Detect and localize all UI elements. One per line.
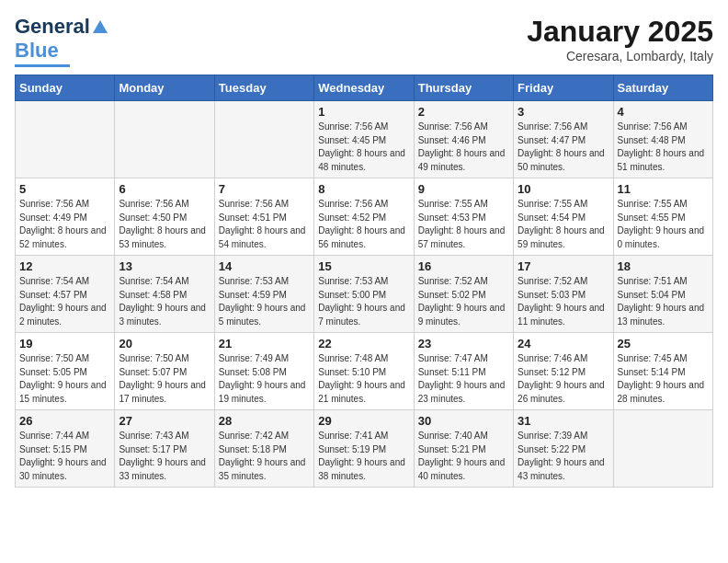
day-info: Sunrise: 7:49 AM Sunset: 5:08 PM Dayligh… bbox=[219, 352, 310, 406]
calendar-cell: 28Sunrise: 7:42 AM Sunset: 5:18 PM Dayli… bbox=[214, 410, 313, 488]
day-number: 22 bbox=[318, 337, 409, 350]
day-info: Sunrise: 7:43 AM Sunset: 5:17 PM Dayligh… bbox=[119, 430, 210, 483]
calendar-cell: 5Sunrise: 7:56 AM Sunset: 4:49 PM Daylig… bbox=[16, 178, 115, 256]
calendar-cell: 26Sunrise: 7:44 AM Sunset: 5:15 PM Dayli… bbox=[16, 410, 115, 488]
day-info: Sunrise: 7:42 AM Sunset: 5:18 PM Dayligh… bbox=[219, 430, 310, 483]
calendar-cell: 22Sunrise: 7:48 AM Sunset: 5:10 PM Dayli… bbox=[314, 333, 414, 410]
day-number: 8 bbox=[318, 182, 409, 196]
calendar-week-row: 12Sunrise: 7:54 AM Sunset: 4:57 PM Dayli… bbox=[16, 256, 713, 333]
title-area: January 2025 Ceresara, Lombardy, Italy bbox=[527, 15, 713, 63]
calendar-week-row: 5Sunrise: 7:56 AM Sunset: 4:49 PM Daylig… bbox=[16, 178, 713, 256]
calendar-cell: 18Sunrise: 7:51 AM Sunset: 5:04 PM Dayli… bbox=[613, 256, 712, 333]
day-number: 26 bbox=[19, 414, 110, 428]
calendar-cell: 2Sunrise: 7:56 AM Sunset: 4:46 PM Daylig… bbox=[414, 101, 513, 178]
calendar-cell: 24Sunrise: 7:46 AM Sunset: 5:12 PM Dayli… bbox=[514, 333, 613, 410]
day-info: Sunrise: 7:50 AM Sunset: 5:05 PM Dayligh… bbox=[19, 352, 110, 406]
day-info: Sunrise: 7:52 AM Sunset: 5:03 PM Dayligh… bbox=[518, 275, 609, 328]
day-info: Sunrise: 7:56 AM Sunset: 4:47 PM Dayligh… bbox=[518, 121, 609, 174]
calendar-cell: 14Sunrise: 7:53 AM Sunset: 4:59 PM Dayli… bbox=[214, 256, 313, 333]
calendar-cell: 12Sunrise: 7:54 AM Sunset: 4:57 PM Dayli… bbox=[16, 256, 115, 333]
day-number: 9 bbox=[418, 182, 509, 196]
calendar-cell: 31Sunrise: 7:39 AM Sunset: 5:22 PM Dayli… bbox=[514, 410, 613, 488]
weekday-header: Saturday bbox=[613, 75, 712, 101]
month-title: January 2025 bbox=[527, 15, 713, 49]
day-info: Sunrise: 7:54 AM Sunset: 4:57 PM Dayligh… bbox=[19, 275, 110, 328]
day-info: Sunrise: 7:52 AM Sunset: 5:02 PM Dayligh… bbox=[418, 275, 509, 328]
day-info: Sunrise: 7:50 AM Sunset: 5:07 PM Dayligh… bbox=[119, 352, 210, 406]
day-info: Sunrise: 7:56 AM Sunset: 4:46 PM Dayligh… bbox=[418, 121, 509, 174]
calendar-cell: 1Sunrise: 7:56 AM Sunset: 4:45 PM Daylig… bbox=[314, 101, 414, 178]
day-number: 19 bbox=[19, 337, 110, 350]
day-number: 17 bbox=[518, 259, 609, 273]
day-number: 14 bbox=[219, 259, 310, 273]
calendar-cell: 16Sunrise: 7:52 AM Sunset: 5:02 PM Dayli… bbox=[414, 256, 513, 333]
location: Ceresara, Lombardy, Italy bbox=[527, 49, 713, 63]
day-number: 15 bbox=[318, 259, 409, 273]
calendar-cell: 9Sunrise: 7:55 AM Sunset: 4:53 PM Daylig… bbox=[414, 178, 513, 256]
day-info: Sunrise: 7:56 AM Sunset: 4:51 PM Dayligh… bbox=[219, 198, 310, 251]
calendar-week-row: 1Sunrise: 7:56 AM Sunset: 4:45 PM Daylig… bbox=[16, 101, 713, 178]
day-info: Sunrise: 7:40 AM Sunset: 5:21 PM Dayligh… bbox=[418, 430, 509, 483]
day-number: 27 bbox=[119, 414, 210, 428]
svg-marker-0 bbox=[93, 20, 108, 33]
calendar-cell: 23Sunrise: 7:47 AM Sunset: 5:11 PM Dayli… bbox=[414, 333, 513, 410]
day-info: Sunrise: 7:46 AM Sunset: 5:12 PM Dayligh… bbox=[518, 352, 609, 406]
day-info: Sunrise: 7:51 AM Sunset: 5:04 PM Dayligh… bbox=[618, 275, 709, 328]
calendar-week-row: 19Sunrise: 7:50 AM Sunset: 5:05 PM Dayli… bbox=[16, 333, 713, 410]
day-info: Sunrise: 7:56 AM Sunset: 4:48 PM Dayligh… bbox=[618, 121, 709, 174]
calendar-cell bbox=[613, 410, 712, 488]
weekday-header: Monday bbox=[115, 75, 214, 101]
weekday-header: Sunday bbox=[16, 75, 115, 101]
day-number: 7 bbox=[219, 182, 310, 196]
calendar-cell: 11Sunrise: 7:55 AM Sunset: 4:55 PM Dayli… bbox=[613, 178, 712, 256]
day-number: 6 bbox=[119, 182, 210, 196]
day-number: 5 bbox=[19, 182, 110, 196]
day-number: 3 bbox=[518, 105, 609, 119]
weekday-header: Friday bbox=[514, 75, 613, 101]
calendar-cell: 20Sunrise: 7:50 AM Sunset: 5:07 PM Dayli… bbox=[115, 333, 214, 410]
page-header: General Blue January 2025 Ceresara, Lomb… bbox=[15, 15, 713, 67]
day-number: 28 bbox=[219, 414, 310, 428]
day-number: 1 bbox=[318, 105, 409, 119]
calendar-cell: 4Sunrise: 7:56 AM Sunset: 4:48 PM Daylig… bbox=[613, 101, 712, 178]
calendar-cell: 6Sunrise: 7:56 AM Sunset: 4:50 PM Daylig… bbox=[115, 178, 214, 256]
day-info: Sunrise: 7:56 AM Sunset: 4:50 PM Dayligh… bbox=[119, 198, 210, 251]
day-info: Sunrise: 7:39 AM Sunset: 5:22 PM Dayligh… bbox=[518, 430, 609, 483]
calendar-cell: 30Sunrise: 7:40 AM Sunset: 5:21 PM Dayli… bbox=[414, 410, 513, 488]
day-info: Sunrise: 7:55 AM Sunset: 4:55 PM Dayligh… bbox=[618, 198, 709, 251]
calendar-week-row: 26Sunrise: 7:44 AM Sunset: 5:15 PM Dayli… bbox=[16, 410, 713, 488]
calendar-cell: 29Sunrise: 7:41 AM Sunset: 5:19 PM Dayli… bbox=[314, 410, 414, 488]
calendar-cell: 25Sunrise: 7:45 AM Sunset: 5:14 PM Dayli… bbox=[613, 333, 712, 410]
day-info: Sunrise: 7:48 AM Sunset: 5:10 PM Dayligh… bbox=[318, 352, 409, 406]
day-number: 2 bbox=[418, 105, 509, 119]
day-info: Sunrise: 7:41 AM Sunset: 5:19 PM Dayligh… bbox=[318, 430, 409, 483]
calendar-cell bbox=[115, 101, 214, 178]
logo-icon bbox=[92, 18, 108, 35]
day-number: 30 bbox=[418, 414, 509, 428]
day-number: 16 bbox=[418, 259, 509, 273]
day-number: 4 bbox=[618, 105, 709, 119]
day-info: Sunrise: 7:44 AM Sunset: 5:15 PM Dayligh… bbox=[19, 430, 110, 483]
calendar-cell: 21Sunrise: 7:49 AM Sunset: 5:08 PM Dayli… bbox=[214, 333, 313, 410]
day-info: Sunrise: 7:55 AM Sunset: 4:54 PM Dayligh… bbox=[518, 198, 609, 251]
day-number: 29 bbox=[318, 414, 409, 428]
day-number: 13 bbox=[119, 259, 210, 273]
calendar-cell bbox=[16, 101, 115, 178]
calendar-header: SundayMondayTuesdayWednesdayThursdayFrid… bbox=[16, 75, 713, 101]
day-number: 31 bbox=[518, 414, 609, 428]
day-number: 24 bbox=[518, 337, 609, 350]
logo: General Blue bbox=[15, 15, 108, 67]
logo-line bbox=[15, 64, 70, 67]
day-number: 20 bbox=[119, 337, 210, 350]
day-number: 25 bbox=[618, 337, 709, 350]
calendar-cell: 19Sunrise: 7:50 AM Sunset: 5:05 PM Dayli… bbox=[16, 333, 115, 410]
calendar-cell: 13Sunrise: 7:54 AM Sunset: 4:58 PM Dayli… bbox=[115, 256, 214, 333]
calendar-table: SundayMondayTuesdayWednesdayThursdayFrid… bbox=[15, 75, 713, 488]
day-number: 23 bbox=[418, 337, 509, 350]
day-number: 12 bbox=[19, 259, 110, 273]
calendar-cell: 17Sunrise: 7:52 AM Sunset: 5:03 PM Dayli… bbox=[514, 256, 613, 333]
calendar-cell: 15Sunrise: 7:53 AM Sunset: 5:00 PM Dayli… bbox=[314, 256, 414, 333]
day-number: 18 bbox=[618, 259, 709, 273]
calendar-cell: 3Sunrise: 7:56 AM Sunset: 4:47 PM Daylig… bbox=[514, 101, 613, 178]
logo-blue: Blue bbox=[15, 39, 59, 63]
